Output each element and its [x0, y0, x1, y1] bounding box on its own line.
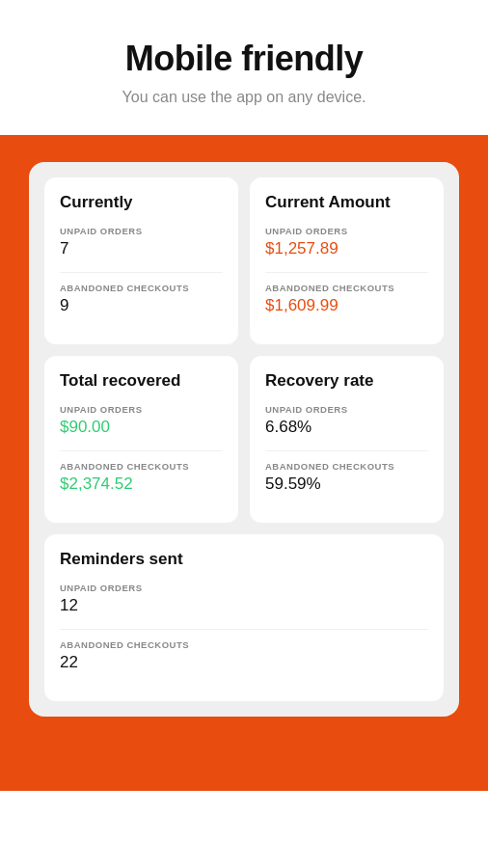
- rate-unpaid-value: 6.68%: [265, 418, 428, 437]
- main-content-section: Currently UNPAID ORDERS 7 ABANDONED CHEC…: [0, 135, 488, 791]
- amount-divider: [265, 272, 428, 273]
- currently-abandoned-value: 9: [60, 296, 223, 315]
- currently-abandoned-label: ABANDONED CHECKOUTS: [60, 283, 223, 293]
- reminders-abandoned-value: 22: [60, 653, 428, 672]
- currently-abandoned-section: ABANDONED CHECKOUTS 9: [60, 283, 223, 315]
- amount-unpaid-label: UNPAID ORDERS: [265, 226, 428, 236]
- rate-abandoned-section: ABANDONED CHECKOUTS 59.59%: [265, 461, 428, 494]
- rate-unpaid-label: UNPAID ORDERS: [265, 404, 428, 415]
- row-2: Total recovered UNPAID ORDERS $90.00 ABA…: [44, 356, 444, 523]
- currently-unpaid-label: UNPAID ORDERS: [60, 226, 223, 236]
- recovery-rate-card: Recovery rate UNPAID ORDERS 6.68% ABANDO…: [250, 356, 444, 523]
- amount-abandoned-label: ABANDONED CHECKOUTS: [265, 283, 428, 293]
- rate-abandoned-value: 59.59%: [265, 475, 428, 494]
- currently-divider: [60, 272, 223, 273]
- header-section: Mobile friendly You can use the app on a…: [0, 0, 488, 135]
- recovered-unpaid-label: UNPAID ORDERS: [60, 404, 223, 415]
- rate-abandoned-label: ABANDONED CHECKOUTS: [265, 461, 428, 472]
- reminders-unpaid-value: 12: [60, 596, 428, 615]
- row-1: Currently UNPAID ORDERS 7 ABANDONED CHEC…: [44, 177, 444, 344]
- recovered-unpaid-section: UNPAID ORDERS $90.00: [60, 404, 223, 437]
- recovered-divider: [60, 450, 223, 451]
- reminders-abandoned-label: ABANDONED CHECKOUTS: [60, 639, 428, 650]
- rate-unpaid-section: UNPAID ORDERS 6.68%: [265, 404, 428, 437]
- amount-abandoned-section: ABANDONED CHECKOUTS $1,609.99: [265, 283, 428, 315]
- amount-unpaid-value: $1,257.89: [265, 239, 428, 258]
- recovered-abandoned-section: ABANDONED CHECKOUTS $2,374.52: [60, 461, 223, 494]
- total-recovered-card: Total recovered UNPAID ORDERS $90.00 ABA…: [44, 356, 238, 523]
- currently-title: Currently: [60, 193, 223, 212]
- recovered-abandoned-value: $2,374.52: [60, 475, 223, 494]
- reminders-divider: [60, 629, 428, 630]
- currently-unpaid-value: 7: [60, 239, 223, 258]
- current-amount-card: Current Amount UNPAID ORDERS $1,257.89 A…: [250, 177, 444, 344]
- cards-container: Currently UNPAID ORDERS 7 ABANDONED CHEC…: [29, 162, 459, 717]
- page-title: Mobile friendly: [19, 39, 469, 79]
- reminders-title: Reminders sent: [60, 550, 428, 569]
- currently-unpaid-section: UNPAID ORDERS 7: [60, 226, 223, 258]
- reminders-abandoned-section: ABANDONED CHECKOUTS 22: [60, 639, 428, 672]
- recovered-abandoned-label: ABANDONED CHECKOUTS: [60, 461, 223, 472]
- currently-card: Currently UNPAID ORDERS 7 ABANDONED CHEC…: [44, 177, 238, 344]
- recovery-rate-title: Recovery rate: [265, 371, 428, 391]
- reminders-unpaid-label: UNPAID ORDERS: [60, 583, 428, 593]
- rate-divider: [265, 450, 428, 451]
- amount-unpaid-section: UNPAID ORDERS $1,257.89: [265, 226, 428, 258]
- page-subtitle: You can use the app on any device.: [19, 89, 469, 106]
- recovered-unpaid-value: $90.00: [60, 418, 223, 437]
- amount-abandoned-value: $1,609.99: [265, 296, 428, 315]
- reminders-sent-card: Reminders sent UNPAID ORDERS 12 ABANDONE…: [44, 534, 444, 701]
- reminders-unpaid-section: UNPAID ORDERS 12: [60, 583, 428, 615]
- total-recovered-title: Total recovered: [60, 371, 223, 391]
- current-amount-title: Current Amount: [265, 193, 428, 212]
